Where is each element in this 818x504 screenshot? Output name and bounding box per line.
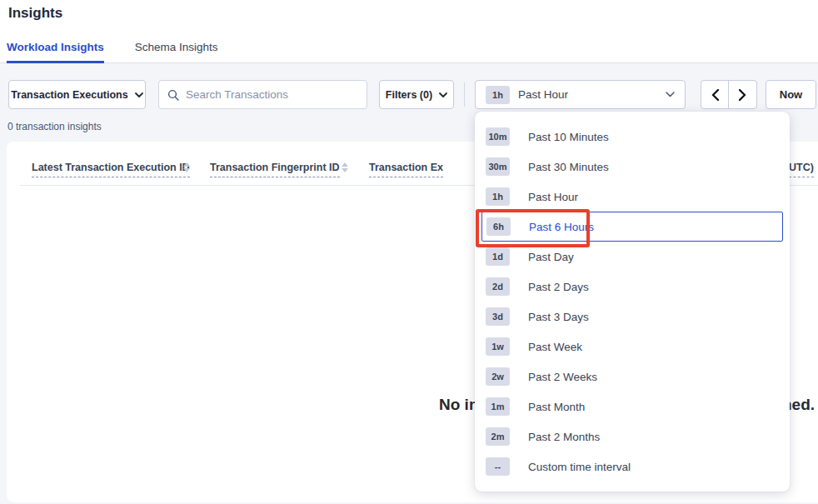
time-option-past-2-weeks[interactable]: 2w Past 2 Weeks (475, 362, 790, 392)
search-box[interactable] (158, 80, 367, 109)
time-option-past-3-days[interactable]: 3d Past 3 Days (475, 302, 790, 332)
time-option-past-day[interactable]: 1d Past Day (475, 242, 790, 272)
search-input[interactable] (186, 88, 358, 101)
time-option-past-30-minutes[interactable]: 30m Past 30 Minutes (475, 152, 790, 182)
chevron-down-icon (666, 92, 675, 97)
chevron-down-icon (135, 92, 143, 97)
filters-label: Filters (0) (386, 89, 432, 101)
time-option-custom-interval[interactable]: -- Custom time interval (475, 452, 790, 482)
time-range-dropdown-menu: 10m Past 10 Minutes 30m Past 30 Minutes … (475, 112, 790, 492)
column-header-transaction-execution[interactable]: Transaction Ex (369, 162, 443, 177)
toolbar-divider (464, 82, 465, 107)
empty-state-text-left: No in (439, 396, 479, 414)
insights-count: 0 transaction insights (7, 121, 102, 132)
time-prev-button[interactable] (701, 80, 730, 109)
chevron-right-icon (739, 89, 746, 101)
sort-icon[interactable] (342, 162, 348, 172)
time-option-past-hour[interactable]: 1h Past Hour (475, 182, 790, 212)
transaction-type-selector[interactable]: Transaction Executions (8, 80, 146, 109)
column-header-transaction-fingerprint-id[interactable]: Transaction Fingerprint ID (210, 162, 340, 177)
now-button[interactable]: Now (766, 80, 816, 109)
transaction-type-label: Transaction Executions (11, 89, 127, 101)
tab-workload-insights[interactable]: Workload Insights (7, 39, 104, 63)
search-icon (167, 89, 179, 101)
filters-button[interactable]: Filters (0) (379, 80, 454, 109)
time-option-past-10-minutes[interactable]: 10m Past 10 Minutes (475, 122, 790, 152)
time-option-past-week[interactable]: 1w Past Week (475, 332, 790, 362)
time-range-selector[interactable]: 1h Past Hour (475, 80, 686, 109)
time-option-past-2-days[interactable]: 2d Past 2 Days (475, 272, 790, 302)
time-next-button[interactable] (728, 80, 757, 109)
page-header: Insights Workload Insights Schema Insigh… (0, 0, 818, 63)
chevron-left-icon (711, 89, 719, 101)
chevron-down-icon (439, 92, 447, 97)
column-header-utc[interactable]: UTC) (789, 162, 814, 177)
now-label: Now (780, 88, 802, 101)
time-range-badge: 1h (486, 86, 510, 104)
page-title: Insights (8, 5, 62, 22)
time-range-label: Past Hour (518, 88, 568, 101)
time-option-past-6-hours[interactable]: 6h Past 6 Hours (481, 212, 783, 242)
tab-bar: Workload Insights Schema Insights (7, 39, 218, 63)
tab-schema-insights[interactable]: Schema Insights (135, 39, 218, 63)
column-header-latest-transaction-execution-id[interactable]: Latest Transaction Execution ID (32, 162, 190, 177)
time-option-past-month[interactable]: 1m Past Month (475, 392, 790, 422)
time-option-past-2-months[interactable]: 2m Past 2 Months (475, 422, 790, 452)
sort-icon[interactable] (183, 162, 190, 172)
